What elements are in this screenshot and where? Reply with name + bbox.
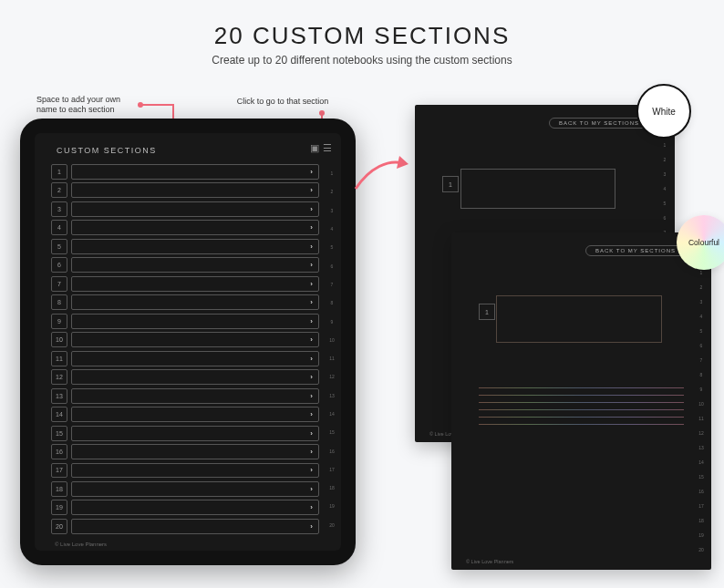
row-field[interactable]: ›	[71, 407, 319, 422]
side-tab[interactable]: 9	[326, 312, 337, 330]
back-button[interactable]: BACK TO MY SECTIONS	[585, 245, 686, 256]
side-tab[interactable]: 1	[659, 138, 670, 152]
photo-icon[interactable]: ▣	[310, 142, 319, 154]
section-row[interactable]: 19›	[51, 500, 319, 515]
row-field[interactable]: ›	[71, 182, 319, 198]
section-row[interactable]: 7›	[51, 276, 319, 292]
row-field[interactable]: ›	[71, 444, 319, 459]
row-field[interactable]: ›	[71, 369, 319, 385]
side-tab[interactable]: 11	[696, 411, 707, 426]
side-tab[interactable]: 2	[696, 280, 707, 294]
row-field[interactable]: ›	[71, 164, 319, 180]
section-row[interactable]: 17›	[51, 463, 319, 479]
side-tab[interactable]: 11	[326, 349, 337, 367]
row-field[interactable]: ›	[71, 388, 319, 404]
section-row[interactable]: 16›	[51, 444, 319, 459]
row-number: 5	[51, 239, 67, 254]
side-tab[interactable]: 19	[326, 497, 337, 515]
side-tab[interactable]: 15	[696, 469, 707, 484]
side-tab[interactable]: 2	[326, 182, 337, 201]
row-field[interactable]: ›	[71, 351, 319, 366]
row-field[interactable]: ›	[71, 426, 319, 441]
row-field[interactable]: ›	[71, 294, 319, 310]
section-row[interactable]: 5›	[51, 239, 319, 254]
side-tab[interactable]: 20	[696, 542, 707, 557]
section-title-box[interactable]	[460, 169, 615, 209]
section-row[interactable]: 6›	[51, 257, 319, 273]
section-row[interactable]: 9›	[51, 314, 319, 329]
side-tab[interactable]: 5	[696, 324, 707, 338]
side-tab[interactable]: 7	[696, 353, 707, 367]
section-row[interactable]: 2›	[51, 182, 319, 198]
row-field[interactable]: ›	[71, 276, 319, 292]
side-tab[interactable]: 3	[696, 294, 707, 309]
side-tab[interactable]: 5	[326, 238, 337, 256]
side-tab[interactable]: 5	[659, 196, 670, 211]
side-tab[interactable]: 20	[326, 516, 337, 534]
menu-icon[interactable]: ☰	[323, 142, 332, 154]
row-field[interactable]: ›	[71, 220, 319, 235]
side-tab[interactable]: 16	[696, 484, 707, 499]
side-tab[interactable]: 14	[696, 455, 707, 469]
section-row[interactable]: 1›	[51, 164, 319, 180]
row-number: 14	[51, 407, 67, 422]
chevron-right-icon: ›	[310, 335, 313, 344]
row-field[interactable]: ›	[71, 314, 319, 329]
side-tab[interactable]: 13	[326, 387, 337, 405]
row-number: 18	[51, 481, 67, 497]
side-tab[interactable]: 19	[696, 528, 707, 542]
ipad-footer: © Live Love Planners	[55, 542, 107, 547]
section-row[interactable]: 20›	[51, 519, 319, 534]
side-tab[interactable]: 9	[696, 382, 707, 397]
row-field[interactable]: ›	[71, 257, 319, 273]
side-tab[interactable]: 17	[326, 460, 337, 479]
side-tab[interactable]: 18	[696, 513, 707, 528]
side-tab[interactable]: 8	[326, 294, 337, 312]
section-row[interactable]: 8›	[51, 294, 319, 310]
side-tab[interactable]: 7	[326, 275, 337, 294]
side-tab[interactable]: 10	[696, 397, 707, 411]
section-row[interactable]: 11›	[51, 351, 319, 366]
back-button[interactable]: BACK TO MY SECTIONS	[549, 118, 649, 129]
side-tab[interactable]: 4	[326, 220, 337, 238]
side-tab[interactable]: 1	[326, 164, 337, 182]
row-field[interactable]: ›	[71, 519, 319, 534]
section-row[interactable]: 14›	[51, 407, 319, 422]
row-field[interactable]: ›	[71, 332, 319, 347]
chevron-right-icon: ›	[310, 522, 313, 531]
page-title: 20 CUSTOM SECTIONS	[0, 0, 724, 50]
side-tab[interactable]: 12	[696, 426, 707, 440]
row-field[interactable]: ›	[71, 201, 319, 217]
row-field[interactable]: ›	[71, 463, 319, 479]
row-number: 7	[51, 276, 67, 292]
side-tab[interactable]: 15	[326, 423, 337, 441]
section-title-box[interactable]	[497, 296, 661, 342]
side-tab[interactable]: 6	[696, 338, 707, 353]
section-row[interactable]: 4›	[51, 220, 319, 235]
section-row[interactable]: 15›	[51, 426, 319, 441]
section-row[interactable]: 13›	[51, 388, 319, 404]
row-field[interactable]: ›	[71, 481, 319, 497]
side-tab[interactable]: 8	[696, 367, 707, 382]
side-tab[interactable]: 16	[326, 441, 337, 459]
side-tab[interactable]: 14	[326, 405, 337, 423]
chevron-right-icon: ›	[310, 355, 313, 363]
side-tab[interactable]: 6	[659, 211, 670, 225]
section-row[interactable]: 12›	[51, 369, 319, 385]
section-row[interactable]: 18›	[51, 481, 319, 497]
side-tab[interactable]: 17	[696, 499, 707, 513]
side-tab[interactable]: 4	[696, 309, 707, 324]
section-row[interactable]: 10›	[51, 332, 319, 347]
side-tab[interactable]: 13	[696, 440, 707, 455]
side-tab[interactable]: 3	[326, 201, 337, 220]
side-tab[interactable]: 12	[326, 367, 337, 386]
section-row[interactable]: 3›	[51, 201, 319, 217]
side-tab[interactable]: 6	[326, 256, 337, 274]
side-tab[interactable]: 2	[659, 152, 670, 167]
side-tab[interactable]: 10	[326, 331, 337, 349]
side-tab[interactable]: 18	[326, 479, 337, 497]
row-field[interactable]: ›	[71, 239, 319, 254]
side-tab[interactable]: 4	[659, 181, 670, 196]
side-tab[interactable]: 3	[659, 167, 670, 181]
row-field[interactable]: ›	[71, 500, 319, 515]
